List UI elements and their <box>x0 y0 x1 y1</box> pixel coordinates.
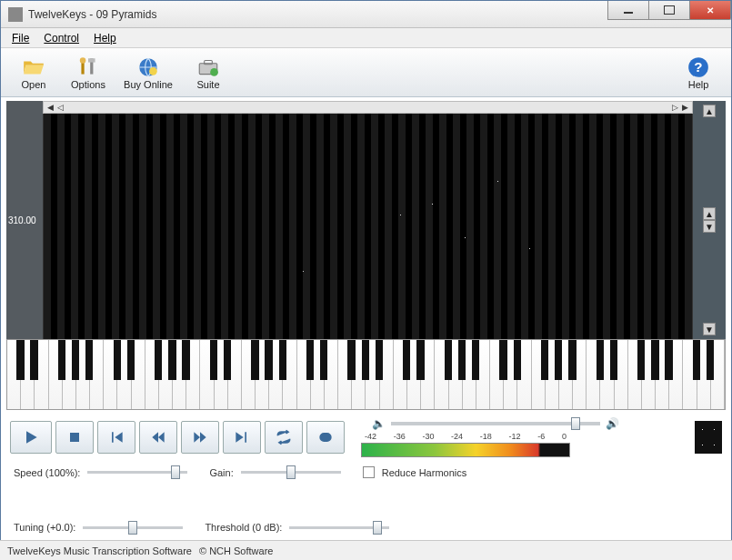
frequency-ruler: 310.00 <box>6 101 43 339</box>
buy-online-button[interactable]: Buy Online <box>115 51 181 95</box>
rewind-button[interactable] <box>139 421 177 454</box>
stop-button[interactable] <box>55 421 94 454</box>
briefcase-icon <box>196 55 221 79</box>
menu-file[interactable]: File <box>5 30 36 46</box>
svg-text:?: ? <box>694 59 702 75</box>
spectrogram-canvas[interactable] <box>43 114 693 339</box>
speed-slider[interactable] <box>87 471 187 474</box>
close-button[interactable] <box>689 1 731 20</box>
svg-point-5 <box>149 67 157 75</box>
svg-point-8 <box>210 68 218 76</box>
tools-icon <box>75 55 101 79</box>
svg-rect-3 <box>88 58 95 62</box>
zoom-down-icon[interactable]: ▼ <box>703 220 716 233</box>
help-label: Help <box>688 79 709 90</box>
spectrogram-area: 310.00 ◀ ◁ ▷ ▶ ▲ ▲ ▼ ▼ <box>1 97 731 339</box>
tuning-slider[interactable] <box>83 526 183 529</box>
transport-bar: 🔈 🔊 -42-36-30-24-18-12-60 <box>1 410 731 461</box>
window-controls <box>608 1 731 27</box>
minimize-button[interactable] <box>607 1 649 20</box>
repeat-button[interactable] <box>306 421 345 454</box>
suite-button[interactable]: Suite <box>181 51 236 95</box>
reduce-harmonics-checkbox[interactable] <box>363 466 375 478</box>
piano-keyboard[interactable] <box>6 339 726 410</box>
zoom-up-icon[interactable]: ▲ <box>703 207 716 220</box>
help-icon: ? <box>686 55 711 79</box>
volume-max-icon: 🔊 <box>606 417 619 430</box>
vertical-scroll: ▲ ▲ ▼ ▼ <box>693 101 726 339</box>
folder-open-icon <box>21 55 46 79</box>
forward-button[interactable] <box>181 421 219 454</box>
gain-label: Gain: <box>209 467 233 478</box>
level-meter <box>361 443 570 457</box>
menu-help[interactable]: Help <box>86 30 124 46</box>
tuning-label: Tuning (+0.0): <box>14 522 75 533</box>
window-title: TwelveKeys - 09 Pyramids <box>28 8 608 21</box>
scroll-left-fast-icon[interactable]: ◀ <box>47 103 54 112</box>
gain-slider[interactable] <box>241 471 341 474</box>
menu-control[interactable]: Control <box>36 30 86 46</box>
frequency-value: 310.00 <box>8 215 36 225</box>
status-app-name: TwelveKeys Music Transcription Software <box>7 545 192 556</box>
loop-button[interactable] <box>265 421 303 454</box>
threshold-label: Threshold (0 dB): <box>205 522 282 533</box>
reduce-harmonics-label: Reduce Harmonics <box>382 467 467 478</box>
app-icon <box>8 7 23 22</box>
open-label: Open <box>22 79 46 90</box>
skip-start-button[interactable] <box>97 421 135 454</box>
play-button[interactable] <box>10 421 52 454</box>
maximize-button[interactable] <box>648 1 690 20</box>
svg-point-2 <box>80 57 86 63</box>
options-label: Options <box>71 79 105 90</box>
menu-bar: File Control Help <box>1 28 731 48</box>
svg-rect-11 <box>70 433 79 442</box>
title-bar: TwelveKeys - 09 Pyramids <box>1 1 731 28</box>
volume-slider[interactable] <box>391 422 600 425</box>
svg-rect-12 <box>320 434 331 441</box>
scroll-left-icon[interactable]: ◁ <box>57 103 64 112</box>
volume-min-icon: 🔈 <box>372 417 386 430</box>
open-button[interactable]: Open <box>6 51 61 95</box>
note-display <box>695 421 722 454</box>
skip-end-button[interactable] <box>223 421 261 454</box>
suite-label: Suite <box>196 79 219 90</box>
time-scroll-bar: ◀ ◁ ▷ ▶ <box>43 101 693 114</box>
meter-legend: -42-36-30-24-18-12-60 <box>361 432 570 441</box>
scroll-right-fast-icon[interactable]: ▶ <box>682 103 688 112</box>
status-bar: TwelveKeys Music Transcription Software … <box>0 540 732 560</box>
parameter-controls: Speed (100%): Gain: Reduce Harmonics Tun… <box>1 461 731 538</box>
status-copyright: © NCH Software <box>199 545 273 556</box>
speed-label: Speed (100%): <box>14 467 80 478</box>
help-button[interactable]: ? Help <box>671 51 726 95</box>
globe-icon <box>135 55 161 79</box>
scroll-up-icon[interactable]: ▲ <box>703 105 716 117</box>
buy-online-label: Buy Online <box>124 79 173 90</box>
scroll-down-icon[interactable]: ▼ <box>703 323 716 335</box>
threshold-slider[interactable] <box>289 526 389 529</box>
toolbar: Open Options Buy Online Suite ? Help <box>1 48 731 97</box>
scroll-right-icon[interactable]: ▷ <box>672 103 678 112</box>
options-button[interactable]: Options <box>61 51 115 95</box>
